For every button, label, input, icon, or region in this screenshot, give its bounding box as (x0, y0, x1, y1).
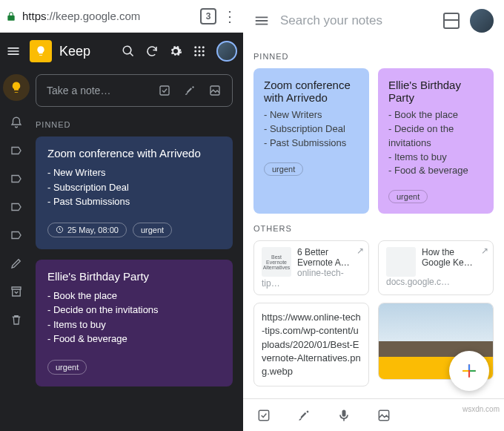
nav-archive-icon[interactable] (10, 285, 23, 298)
open-link-icon[interactable]: ↗ (357, 246, 364, 256)
note-item: Food & beverage (47, 332, 221, 346)
note-item: Past Submissions (47, 194, 221, 209)
note-card[interactable]: Zoom conference with Arrivedo New Writer… (253, 68, 369, 214)
nav-edit-icon[interactable] (10, 257, 23, 270)
address-bar[interactable]: https://keep.google.com (22, 10, 194, 22)
apps-grid-icon[interactable] (193, 45, 209, 58)
app-title: Keep (59, 44, 114, 59)
svg-point-8 (202, 54, 205, 56)
link-card[interactable]: Best Evernote Alternatives ↗ 6 Better Ev… (253, 240, 369, 295)
brush-icon[interactable] (296, 408, 311, 423)
svg-point-1 (199, 46, 201, 48)
menu-icon[interactable] (6, 44, 22, 59)
note-item: Subscription Deal (264, 122, 359, 136)
settings-icon[interactable] (169, 45, 185, 58)
note-card[interactable]: https://www.online-tech-tips.com/wp-cont… (253, 303, 369, 386)
link-card[interactable]: ↗ How the Google Ke… docs.google.c… (378, 240, 494, 295)
nav-reminders-icon[interactable] (10, 116, 23, 129)
search-icon[interactable] (122, 45, 138, 58)
note-item: New Writers (47, 165, 221, 180)
nav-trash-icon[interactable] (10, 313, 23, 326)
note-item: Past Submissions (264, 136, 359, 151)
svg-point-6 (194, 54, 196, 56)
checkbox-icon[interactable] (256, 408, 271, 423)
note-item: Decide on the invitations (47, 303, 221, 318)
link-thumb: Best Evernote Alternatives (262, 247, 291, 277)
note-item: Decide on the invitations (388, 122, 483, 151)
menu-icon[interactable] (253, 13, 270, 29)
note-item: Items to buy (47, 318, 221, 332)
checkbox-icon[interactable] (158, 84, 171, 97)
reminder-chip[interactable]: 25 May, 08:00 (47, 223, 127, 237)
open-link-icon[interactable]: ↗ (481, 246, 488, 256)
link-thumb (386, 247, 416, 277)
nav-label-icon[interactable] (10, 200, 23, 214)
svg-point-4 (199, 50, 201, 53)
section-pinned-label: PINNED (253, 52, 494, 61)
note-title: Zoom conference with Arrivedo (47, 147, 221, 159)
image-icon[interactable] (208, 84, 222, 97)
svg-point-3 (194, 50, 196, 53)
note-title: Zoom conference with Arrivedo (264, 79, 359, 104)
section-pinned-label: PINNED (36, 120, 233, 129)
nav-notes-icon[interactable] (3, 74, 30, 101)
note-item: Book the place (47, 289, 221, 303)
mic-icon[interactable] (336, 408, 351, 423)
search-input[interactable]: Search your notes (280, 13, 433, 28)
svg-rect-13 (379, 410, 388, 420)
section-others-label: OTHERS (253, 224, 494, 233)
account-avatar[interactable] (216, 41, 237, 62)
browser-menu-icon[interactable]: ⋮ (222, 7, 237, 25)
note-item: Items to buy (388, 151, 483, 165)
note-title: Ellie's Birthday Party (388, 79, 483, 104)
nav-label-icon[interactable] (10, 228, 23, 242)
new-note-fab[interactable] (449, 351, 489, 391)
view-toggle-icon[interactable] (443, 13, 460, 29)
svg-point-5 (202, 50, 205, 53)
watermark: wsxdn.com (462, 405, 500, 413)
refresh-icon[interactable] (145, 45, 162, 58)
nav-label-icon[interactable] (10, 144, 23, 157)
svg-rect-12 (259, 410, 268, 420)
note-title: Ellie's Birthday Party (47, 270, 221, 283)
tag-chip[interactable]: urgent (47, 360, 87, 375)
take-note-input[interactable]: Take a note… (36, 74, 233, 107)
note-card[interactable]: Ellie's Birthday Party Book the place De… (36, 260, 233, 386)
svg-rect-10 (210, 86, 219, 95)
brush-icon[interactable] (183, 84, 196, 97)
tab-count[interactable]: 3 (200, 8, 216, 24)
note-item: Subscription Deal (47, 180, 221, 195)
tag-chip[interactable]: urgent (133, 223, 172, 237)
svg-rect-9 (160, 86, 169, 95)
keep-logo-icon (30, 40, 52, 62)
svg-point-2 (202, 46, 205, 48)
svg-point-7 (199, 54, 201, 56)
account-avatar[interactable] (470, 9, 494, 33)
note-item: Food & beverage (388, 164, 483, 178)
note-card[interactable]: Ellie's Birthday Party Book the place De… (378, 68, 494, 214)
svg-point-0 (194, 46, 196, 48)
note-item: Book the place (388, 108, 483, 122)
tag-chip[interactable]: urgent (264, 162, 303, 176)
note-card[interactable]: Zoom conference with Arrivedo New Writer… (36, 136, 233, 249)
image-icon[interactable] (377, 408, 391, 423)
nav-label-icon[interactable] (10, 172, 23, 185)
tag-chip[interactable]: urgent (388, 190, 428, 203)
lock-icon (6, 11, 16, 22)
note-item: New Writers (264, 108, 359, 122)
